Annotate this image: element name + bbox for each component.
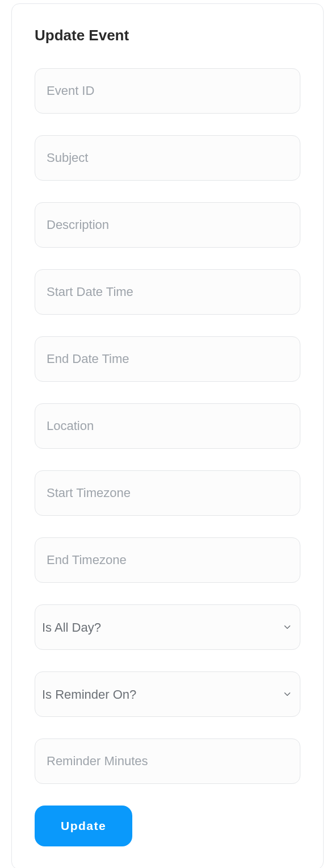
form-row: Is Reminder On?: [35, 671, 300, 717]
end-datetime-input[interactable]: [35, 336, 300, 382]
description-input[interactable]: [35, 202, 300, 248]
event-id-input[interactable]: [35, 68, 300, 114]
subject-input[interactable]: [35, 135, 300, 181]
is-all-day-select-wrap: Is All Day?: [35, 604, 300, 650]
form-row: [35, 470, 300, 516]
form-row: [35, 269, 300, 315]
is-reminder-on-select[interactable]: Is Reminder On?: [35, 671, 300, 717]
update-event-card: Update Event Is All Day?: [11, 3, 324, 868]
form-row: [35, 336, 300, 382]
start-datetime-input[interactable]: [35, 269, 300, 315]
is-all-day-select[interactable]: Is All Day?: [35, 604, 300, 650]
end-timezone-input[interactable]: [35, 537, 300, 583]
form-row: [35, 68, 300, 114]
card-title: Update Event: [35, 27, 300, 44]
reminder-minutes-input[interactable]: [35, 738, 300, 784]
form-row: [35, 738, 300, 784]
form-row: [35, 202, 300, 248]
form-row: [35, 537, 300, 583]
update-button[interactable]: Update: [35, 806, 132, 846]
start-timezone-input[interactable]: [35, 470, 300, 516]
form-row: Is All Day?: [35, 604, 300, 650]
form-row: [35, 403, 300, 449]
location-input[interactable]: [35, 403, 300, 449]
form-row: [35, 135, 300, 181]
is-reminder-on-select-wrap: Is Reminder On?: [35, 671, 300, 717]
